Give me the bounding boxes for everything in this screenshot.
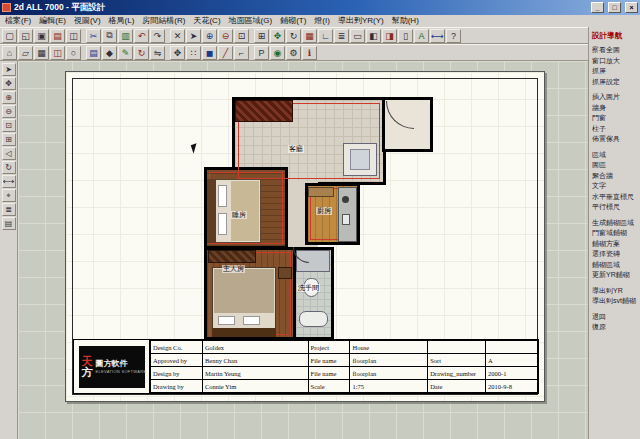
drawing-sheet[interactable]: 客廳 睡房 廚房 主人房 洗手間 天 [65, 71, 545, 402]
refresh-icon[interactable]: ↻ [286, 29, 301, 43]
copy-icon[interactable]: ⧉ [102, 29, 117, 43]
sidebar-item[interactable]: 區域 [592, 150, 637, 161]
pan-hand-icon[interactable]: ✥ [2, 77, 16, 90]
sidebar-item[interactable]: 插入圖片 [592, 92, 637, 103]
zoom-in-icon[interactable]: ⊕ [202, 29, 217, 43]
pan-icon[interactable]: ✥ [270, 29, 285, 43]
furniture-icon[interactable]: ◫ [50, 46, 65, 60]
info-icon[interactable]: ℹ [302, 46, 317, 60]
sidebar-item[interactable]: 鋪砌區域 [592, 260, 637, 271]
room-icon[interactable]: ⌂ [2, 46, 17, 60]
sidebar-item[interactable]: 退回 [592, 312, 637, 323]
sidebar-item[interactable]: 文字 [592, 181, 637, 192]
close-button[interactable]: × [625, 2, 638, 13]
polyline-icon[interactable]: ⌐ [234, 46, 249, 60]
sidebar-item[interactable]: 聚合牆 [592, 171, 637, 182]
render-icon[interactable]: ◉ [270, 46, 285, 60]
export-yr-icon[interactable]: P [254, 46, 269, 60]
sidebar-item[interactable]: 門窗 [592, 113, 637, 124]
zoom-out-icon[interactable]: ⊖ [2, 105, 16, 118]
door-icon[interactable]: ◧ [366, 29, 381, 43]
title-bar[interactable]: 2d ALL 7000 - 平面設計 _ □ × [0, 0, 640, 15]
sidebar-item[interactable]: 抓屏 [592, 66, 637, 77]
move-icon[interactable]: ✥ [170, 46, 185, 60]
drawing-canvas[interactable]: 客廳 睡房 廚房 主人房 洗手間 天 [18, 61, 588, 439]
sidebar-item[interactable]: 選擇瓷磚 [592, 249, 637, 260]
column-icon[interactable]: ▯ [398, 29, 413, 43]
properties-icon[interactable]: ▤ [2, 217, 16, 230]
grid-icon[interactable]: ▦ [302, 29, 317, 43]
snap-icon[interactable]: ⌖ [2, 189, 16, 202]
sidebar-item[interactable]: 生成鋪砌區域 [592, 218, 637, 229]
ortho-icon[interactable]: ∟ [318, 29, 333, 43]
paint-icon[interactable]: ✎ [118, 46, 133, 60]
menu-item[interactable]: 燈(I) [310, 15, 334, 27]
region-icon[interactable]: ▱ [18, 46, 33, 60]
text-icon[interactable]: A [414, 29, 429, 43]
zoom-out-icon[interactable]: ⊖ [218, 29, 233, 43]
undo-icon[interactable]: ↶ [134, 29, 149, 43]
wall-icon[interactable]: ▭ [350, 29, 365, 43]
zoom-extents-icon[interactable]: ⊞ [254, 29, 269, 43]
sidebar-item[interactable]: 鋪砌方案 [592, 239, 637, 250]
rotate-icon[interactable]: ↻ [134, 46, 149, 60]
sidebar-item[interactable]: 抓屏設定 [592, 77, 637, 88]
sidebar-item[interactable]: 水平垂直標尺 [592, 192, 637, 203]
sidebar-item[interactable]: 察看全圖 [592, 45, 637, 56]
menu-item[interactable]: 視圖(V) [70, 15, 105, 27]
zoom-window-icon[interactable]: ⊡ [234, 29, 249, 43]
lamp-icon[interactable]: ○ [66, 46, 81, 60]
cut-icon[interactable]: ✂ [86, 29, 101, 43]
delete-icon[interactable]: ✕ [170, 29, 185, 43]
redo-icon[interactable]: ↷ [150, 29, 165, 43]
paste-icon[interactable]: ▥ [118, 29, 133, 43]
maximize-button[interactable]: □ [608, 2, 621, 13]
mirror-icon[interactable]: ⇋ [150, 46, 165, 60]
menu-item[interactable]: 天花(C) [189, 15, 224, 27]
sidebar-item[interactable]: 牆身 [592, 103, 637, 114]
material-icon[interactable]: ◆ [102, 46, 117, 60]
help-icon[interactable]: ? [446, 29, 461, 43]
sidebar-item[interactable]: 導出到svt鋪砌 [592, 296, 637, 307]
floor-plan[interactable]: 客廳 睡房 廚房 主人房 洗手間 [204, 97, 434, 340]
array-icon[interactable]: ∷ [186, 46, 201, 60]
title-block[interactable]: 天 方 圖方軟件 ELEVATION SOFTWARE [73, 339, 539, 394]
settings-icon[interactable]: ⚙ [286, 46, 301, 60]
menu-item[interactable]: 格局(L) [105, 15, 139, 27]
line-style-icon[interactable]: ╱ [218, 46, 233, 60]
redraw-icon[interactable]: ↻ [2, 161, 16, 174]
new-file-icon[interactable]: ▢ [2, 29, 17, 43]
sidebar-item[interactable]: 圖區 [592, 160, 637, 171]
dimension-icon[interactable]: ⟷ [430, 29, 445, 43]
sidebar-item[interactable]: 更新YR鋪砌 [592, 270, 637, 281]
print-preview-icon[interactable]: ◫ [66, 29, 81, 43]
sidebar-item[interactable]: 柱子 [592, 124, 637, 135]
menu-item[interactable]: 鋪砌(T) [276, 15, 310, 27]
measure-icon[interactable]: ⟷ [2, 175, 16, 188]
select-icon[interactable]: ➤ [186, 29, 201, 43]
menu-item[interactable]: 地面區域(G) [225, 15, 277, 27]
zoom-all-icon[interactable]: ⊞ [2, 133, 16, 146]
sidebar-item[interactable]: 窗口放大 [592, 56, 637, 67]
zoom-window-icon[interactable]: ⊡ [2, 119, 16, 132]
sidebar-item[interactable]: 佈置傢具 [592, 134, 637, 145]
window-icon[interactable]: ◨ [382, 29, 397, 43]
menu-item[interactable]: 幫助(H) [388, 15, 423, 27]
sidebar-item[interactable]: 導出到YR [592, 286, 637, 297]
sidebar-item[interactable]: 復原 [592, 322, 637, 333]
select-arrow-icon[interactable]: ➤ [2, 63, 16, 76]
print-icon[interactable]: ▤ [50, 29, 65, 43]
tile-icon[interactable]: ▦ [34, 46, 49, 60]
menu-item[interactable]: 編輯(E) [35, 15, 70, 27]
menu-item[interactable]: 檔案(F) [1, 15, 35, 27]
fill-color-icon[interactable]: ◼ [202, 46, 217, 60]
sidebar-item[interactable]: 門窗域鋪砌 [592, 228, 637, 239]
menu-item[interactable]: 房間結構(R) [138, 15, 189, 27]
menu-item[interactable]: 導出到YR(Y) [334, 15, 388, 27]
sidebar-item[interactable]: 平行標尺 [592, 202, 637, 213]
layers-icon[interactable]: ≣ [334, 29, 349, 43]
save-icon[interactable]: ▣ [34, 29, 49, 43]
ceiling-icon[interactable]: ▤ [86, 46, 101, 60]
open-file-icon[interactable]: ◱ [18, 29, 33, 43]
minimize-button[interactable]: _ [591, 2, 604, 13]
